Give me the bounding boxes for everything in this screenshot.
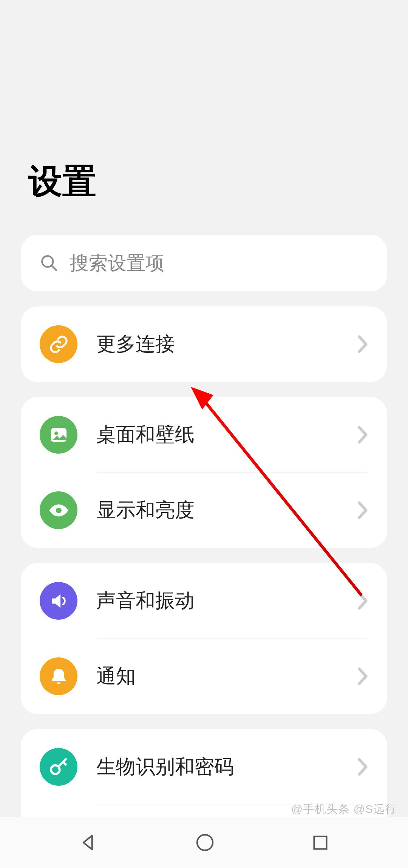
speaker-icon — [40, 582, 77, 620]
row-label: 更多连接 — [96, 331, 338, 357]
row-display-brightness[interactable]: 显示和亮度 — [21, 472, 387, 548]
settings-group: 声音和振动 通知 — [21, 563, 387, 714]
row-label: 生物识别和密码 — [96, 754, 338, 780]
row-sound-vibration[interactable]: 声音和振动 — [21, 563, 387, 639]
settings-group: 更多连接 — [21, 306, 387, 382]
chevron-right-icon — [357, 335, 368, 354]
chevron-right-icon — [357, 591, 368, 610]
watermark: @手机头条 @S远行 — [291, 802, 397, 817]
search-icon — [40, 254, 59, 272]
svg-point-20 — [197, 835, 213, 850]
search-input[interactable]: 搜索设置项 — [21, 235, 387, 291]
row-home-wallpaper[interactable]: 桌面和壁纸 — [21, 397, 387, 472]
chevron-right-icon — [357, 667, 368, 686]
nav-back-button[interactable] — [78, 832, 99, 853]
eye-icon — [40, 491, 77, 529]
key-icon — [40, 748, 77, 786]
chevron-right-icon — [357, 757, 368, 776]
nav-home-button[interactable] — [195, 832, 215, 853]
search-placeholder: 搜索设置项 — [70, 251, 164, 276]
chevron-right-icon — [357, 501, 368, 520]
link-icon — [40, 325, 77, 363]
page-title: 设置 — [0, 0, 408, 235]
row-label: 声音和振动 — [96, 588, 338, 614]
system-navbar — [0, 817, 408, 868]
svg-point-3 — [54, 431, 58, 435]
svg-rect-21 — [314, 836, 327, 849]
svg-line-1 — [51, 265, 56, 270]
image-icon — [40, 416, 77, 454]
row-label: 通知 — [96, 663, 338, 689]
row-notifications[interactable]: 通知 — [21, 639, 387, 714]
svg-point-4 — [56, 508, 62, 513]
row-label: 桌面和壁纸 — [96, 422, 338, 448]
settings-group: 桌面和壁纸 显示和亮度 — [21, 397, 387, 548]
row-label: 显示和亮度 — [96, 497, 338, 523]
row-more-connections[interactable]: 更多连接 — [21, 306, 387, 382]
nav-recent-button[interactable] — [311, 833, 330, 852]
bell-icon — [40, 657, 77, 695]
chevron-right-icon — [357, 425, 368, 444]
row-biometrics-password[interactable]: 生物识别和密码 — [21, 729, 387, 805]
